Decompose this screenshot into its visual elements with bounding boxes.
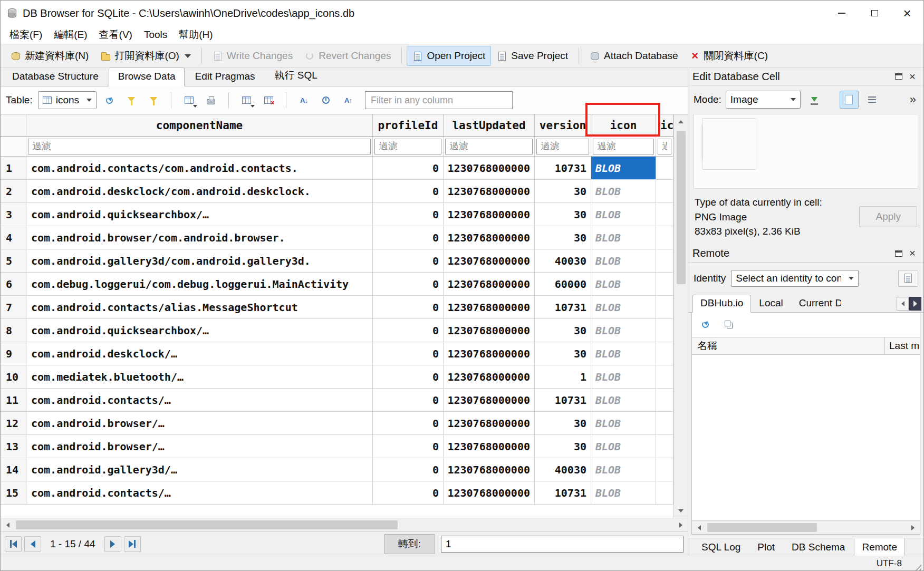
close-button[interactable] — [891, 1, 923, 26]
partial-cell[interactable] — [656, 296, 673, 319]
componentName-cell[interactable]: com.android.browser/… — [26, 435, 373, 458]
table-row[interactable]: 11 com.android.contacts/… 0 123076800000… — [1, 389, 673, 412]
row-number-cell[interactable]: 9 — [1, 342, 26, 365]
filter-profileId-input[interactable] — [374, 139, 441, 154]
scroll-left-button[interactable] — [692, 520, 706, 535]
componentName-cell[interactable]: com.android.gallery3d/com.android.galler… — [26, 249, 373, 273]
maximize-button[interactable] — [858, 1, 891, 26]
profileId-cell[interactable]: 0 — [373, 458, 444, 481]
profileId-cell[interactable]: 0 — [373, 435, 444, 458]
lastUpdated-cell[interactable]: 1230768000000 — [444, 203, 535, 226]
vertical-scroll-thumb[interactable] — [677, 131, 686, 284]
save-project-button[interactable]: Save Project — [491, 46, 574, 66]
lastUpdated-cell[interactable]: 1230768000000 — [444, 458, 535, 481]
profileId-cell[interactable]: 0 — [373, 157, 444, 180]
column-header-lastUpdated[interactable]: lastUpdated — [444, 114, 535, 136]
icon-blob-cell[interactable]: BLOB — [591, 342, 656, 365]
menu-view[interactable]: 查看(V) — [93, 26, 138, 44]
attach-database-button[interactable]: Attach Database — [584, 46, 684, 66]
componentName-cell[interactable]: com.android.quicksearchbox/… — [26, 319, 373, 342]
lastUpdated-cell[interactable]: 1230768000000 — [444, 273, 535, 296]
tab-current-database[interactable]: Current Dat — [791, 295, 842, 313]
row-number-cell[interactable]: 7 — [1, 296, 26, 319]
view-as-text-button[interactable] — [863, 91, 882, 109]
icon-blob-cell[interactable]: BLOB — [591, 481, 656, 505]
lastUpdated-cell[interactable]: 1230768000000 — [444, 481, 535, 505]
name-column-header[interactable]: 名稱 — [692, 337, 885, 354]
version-cell[interactable]: 40030 — [535, 249, 591, 273]
profileId-cell[interactable]: 0 — [373, 226, 444, 249]
menu-file[interactable]: 檔案(F) — [4, 26, 48, 44]
profileId-cell[interactable]: 0 — [373, 180, 444, 203]
componentName-cell[interactable]: com.android.deskclock/com.android.deskcl… — [26, 180, 373, 203]
horizontal-scroll-thumb[interactable] — [16, 520, 398, 529]
delete-record-button[interactable] — [259, 91, 278, 110]
horizontal-scroll-track[interactable] — [15, 518, 673, 531]
insert-record-button[interactable] — [237, 91, 256, 110]
tab-db-schema[interactable]: DB Schema — [784, 538, 853, 557]
icon-blob-cell[interactable]: BLOB — [591, 458, 656, 481]
scroll-right-button[interactable] — [673, 518, 688, 532]
close-panel-button[interactable] — [906, 70, 919, 83]
scroll-left-button[interactable] — [1, 518, 15, 532]
revert-changes-button[interactable]: Revert Changes — [299, 46, 397, 66]
horizontal-scroll-track[interactable] — [706, 521, 906, 534]
version-cell[interactable]: 30 — [535, 319, 591, 342]
menu-tools[interactable]: Tools — [138, 27, 173, 43]
icon-blob-cell[interactable]: BLOB — [591, 226, 656, 249]
row-number-cell[interactable]: 11 — [1, 389, 26, 412]
icon-blob-cell[interactable]: BLOB — [591, 412, 656, 435]
partial-cell[interactable] — [656, 458, 673, 481]
profileId-cell[interactable]: 0 — [373, 249, 444, 273]
print-button[interactable] — [201, 91, 220, 110]
profileId-cell[interactable]: 0 — [373, 319, 444, 342]
version-cell[interactable]: 10731 — [535, 157, 591, 180]
profileId-cell[interactable]: 0 — [373, 342, 444, 365]
open-database-dropdown-icon[interactable] — [185, 54, 191, 58]
minimize-button[interactable] — [825, 1, 858, 26]
lastUpdated-cell[interactable]: 1230768000000 — [444, 342, 535, 365]
tab-remote[interactable]: Remote — [854, 538, 905, 557]
float-panel-button[interactable] — [892, 247, 906, 260]
componentName-cell[interactable]: com.mediatek.bluetooth/… — [26, 365, 373, 389]
scroll-up-button[interactable] — [674, 114, 688, 129]
encoding-indicator[interactable]: UTF-8 — [877, 558, 902, 569]
identity-settings-button[interactable] — [898, 270, 918, 287]
version-cell[interactable]: 30 — [535, 412, 591, 435]
profileId-cell[interactable]: 0 — [373, 389, 444, 412]
version-cell[interactable]: 1 — [535, 365, 591, 389]
new-database-button[interactable]: 新建資料庫(N) — [5, 45, 94, 67]
row-number-cell[interactable]: 8 — [1, 319, 26, 342]
menu-edit[interactable]: 編輯(E) — [48, 26, 93, 44]
column-header-componentName[interactable]: componentName — [26, 114, 373, 136]
lastUpdated-cell[interactable]: 1230768000000 — [444, 180, 535, 203]
first-page-button[interactable] — [5, 536, 22, 552]
componentName-cell[interactable]: com.android.browser/com.android.browser. — [26, 226, 373, 249]
column-header-partial[interactable]: ic — [656, 114, 673, 136]
icon-blob-cell[interactable]: BLOB — [591, 180, 656, 203]
partial-cell[interactable] — [656, 412, 673, 435]
icon-blob-cell[interactable]: BLOB — [591, 203, 656, 226]
lastUpdated-cell[interactable]: 1230768000000 — [444, 389, 535, 412]
datetime-format-button[interactable] — [316, 91, 335, 110]
open-database-button[interactable]: 打開資料庫(O) — [94, 45, 196, 67]
row-number-cell[interactable]: 13 — [1, 435, 26, 458]
tab-scroll-left-button[interactable] — [897, 297, 909, 311]
componentName-cell[interactable]: com.android.gallery3d/… — [26, 458, 373, 481]
view-as-image-button[interactable] — [840, 91, 859, 109]
table-row[interactable]: 2 com.android.deskclock/com.android.desk… — [1, 180, 673, 203]
profileId-cell[interactable]: 0 — [373, 481, 444, 505]
import-data-button[interactable] — [805, 91, 824, 109]
row-number-cell[interactable]: 10 — [1, 365, 26, 389]
icon-blob-cell[interactable]: BLOB — [591, 273, 656, 296]
partial-cell[interactable] — [656, 365, 673, 389]
row-number-cell[interactable]: 14 — [1, 458, 26, 481]
last-modified-column-header[interactable]: Last m — [885, 337, 920, 354]
row-number-cell[interactable]: 3 — [1, 203, 26, 226]
mode-select[interactable]: Image — [726, 91, 801, 109]
table-row[interactable]: 9 com.android.deskclock/… 0 123076800000… — [1, 342, 673, 365]
save-filters-button[interactable] — [144, 91, 163, 110]
toolbar-overflow-chevron-icon[interactable] — [910, 93, 918, 107]
version-cell[interactable]: 30 — [535, 180, 591, 203]
row-number-cell[interactable]: 15 — [1, 481, 26, 505]
